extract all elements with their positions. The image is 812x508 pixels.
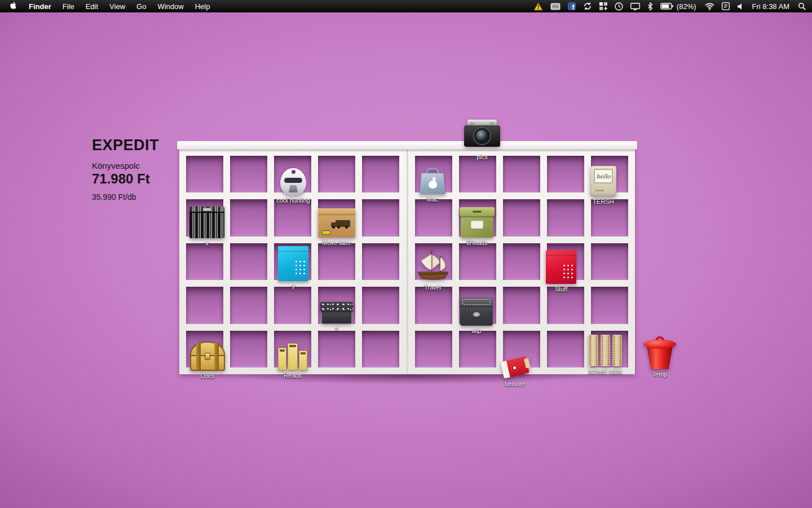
icon-label: wip	[472, 327, 482, 334]
icon-label: Move later	[322, 239, 351, 246]
input-menu-icon[interactable]	[722, 2, 730, 10]
sync-icon[interactable]	[583, 2, 592, 10]
battery-percent: (82%)	[676, 2, 698, 11]
book-files-icon	[278, 334, 307, 370]
oldmac-screen-text: hello	[597, 173, 611, 179]
icon-label: z	[335, 325, 338, 332]
striped-box-icon	[189, 202, 224, 238]
desktop-icon-dloads[interactable]: D'loads	[446, 202, 508, 246]
green-box-icon	[461, 202, 493, 238]
wifi-icon[interactable]	[705, 3, 714, 10]
icon-label: D'loads	[467, 239, 487, 246]
battery-menu[interactable]: (82%)	[660, 2, 698, 11]
grid-plus-icon[interactable]	[599, 2, 607, 10]
desktop-icon-y[interactable]: y	[262, 245, 324, 290]
trash-can-icon	[643, 333, 676, 369]
apple-logo-icon	[10, 1, 17, 11]
product-price: 71.980 Ft	[92, 171, 159, 187]
icon-label: Reads	[284, 372, 302, 379]
facebook-icon[interactable]: f	[568, 2, 576, 10]
apple-bag-icon	[420, 158, 445, 194]
desktop-icon-tersh[interactable]: hello TERSH	[572, 160, 634, 205]
treasure-chest-icon	[190, 335, 225, 371]
red-pack-icon	[502, 343, 528, 379]
ship-icon	[414, 246, 451, 282]
volume-icon[interactable]	[737, 3, 744, 10]
icon-label: screen caps	[588, 368, 621, 375]
menu-item-go[interactable]: Go	[131, 0, 152, 12]
desktop-icon-leisure[interactable]: Leisure	[484, 343, 546, 387]
desktop-icon-z[interactable]: z	[306, 287, 368, 332]
icon-label: Docs	[200, 373, 214, 379]
wallpaper-promo: EXPEDIT Könyvespolc 71.980 Ft 35.990 Ft/…	[92, 137, 159, 202]
menu-bar: Finder File Edit View Go Window Help f	[0, 0, 812, 12]
desktop-icon-stuff[interactable]: Stuff	[530, 248, 592, 292]
icon-label: pics	[476, 154, 488, 160]
time-machine-icon[interactable]	[615, 2, 623, 11]
icon-label: Temp	[652, 371, 668, 378]
icon-label: Leisure	[505, 380, 525, 387]
classic-mac-icon: hello	[590, 160, 616, 196]
product-subtitle: Könyvespolc	[92, 161, 159, 170]
icon-label: Travel	[424, 284, 441, 291]
desktop: EXPEDIT Könyvespolc 71.980 Ft 35.990 Ft/…	[0, 0, 812, 508]
stitched-box-icon	[460, 290, 493, 326]
menu-item-file[interactable]: File	[57, 0, 80, 12]
desktop-icon-docs[interactable]: Docs	[176, 335, 239, 379]
camera-icon	[464, 111, 500, 147]
desktop-icon-x[interactable]: x	[176, 202, 238, 247]
menu-item-edit[interactable]: Edit	[80, 0, 104, 12]
desktop-icon-pics[interactable]: pics	[451, 111, 513, 160]
icon-label: x	[205, 240, 209, 247]
red-box-icon	[546, 248, 576, 284]
widget-icon[interactable]	[550, 3, 561, 10]
paper-folders-icon	[589, 330, 622, 366]
shelf-top-board	[177, 141, 637, 150]
desktop-icon-travel[interactable]: Travel	[401, 246, 464, 291]
icon-label: cool hunting	[276, 197, 310, 204]
icon-label: TERSH	[593, 198, 614, 205]
menu-item-help[interactable]: Help	[189, 0, 216, 12]
cyan-box-icon	[278, 245, 308, 281]
desktop-icon-temp[interactable]: Temp	[629, 333, 691, 378]
product-unit-price: 35.990 Ft/db	[92, 192, 159, 202]
battery-icon	[660, 3, 673, 10]
icon-label: y	[292, 283, 295, 290]
icon-label: Mac	[427, 196, 439, 203]
menu-item-finder[interactable]: Finder	[23, 0, 57, 12]
menu-item-window[interactable]: Window	[152, 0, 189, 12]
product-name: EXPEDIT	[92, 137, 159, 154]
display-icon[interactable]	[630, 3, 640, 10]
floral-box-icon	[320, 287, 353, 323]
icon-label: Stuff	[555, 286, 567, 292]
menubar-clock[interactable]: Fri 8:38 AM	[751, 2, 791, 11]
desktop-icon-reads[interactable]: Reads	[262, 334, 324, 379]
desktop-icon-cool-hunting[interactable]: cool hunting	[262, 159, 324, 204]
menu-status-area: f (82%)	[533, 2, 809, 11]
menu-item-view[interactable]: View	[104, 0, 131, 12]
trooper-helmet-icon	[280, 159, 306, 195]
desktop-icon-move-later[interactable]: Move later	[306, 202, 368, 246]
cardboard-box-icon	[318, 202, 355, 238]
desktop-icon-mac[interactable]: Mac	[401, 158, 464, 203]
desktop-icon-screen-caps[interactable]: screen caps	[574, 330, 636, 375]
bluetooth-icon[interactable]	[647, 2, 653, 11]
warning-icon[interactable]	[533, 2, 543, 11]
apple-menu[interactable]	[3, 1, 23, 11]
spotlight-icon[interactable]	[798, 2, 806, 11]
menu-left: Finder File Edit View Go Window Help	[3, 0, 215, 12]
desktop-icon-wip[interactable]: wip	[445, 290, 508, 334]
